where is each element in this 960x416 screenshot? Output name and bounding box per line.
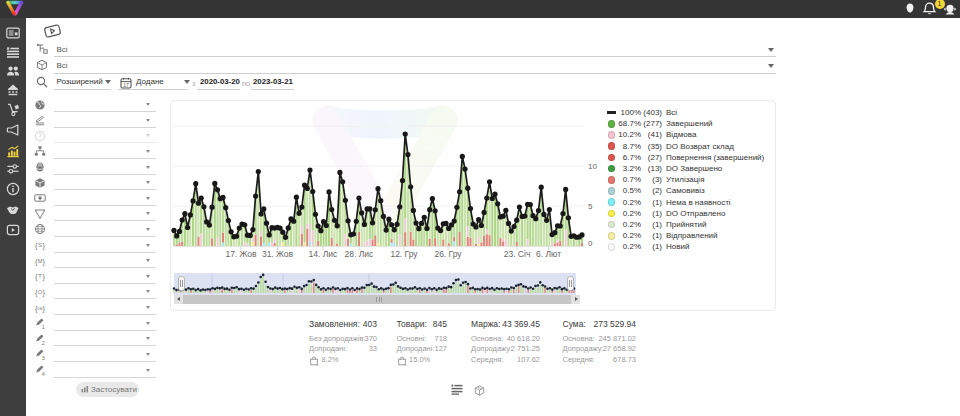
svg-text:x: x [404, 362, 407, 366]
svg-text:x: x [316, 362, 319, 366]
